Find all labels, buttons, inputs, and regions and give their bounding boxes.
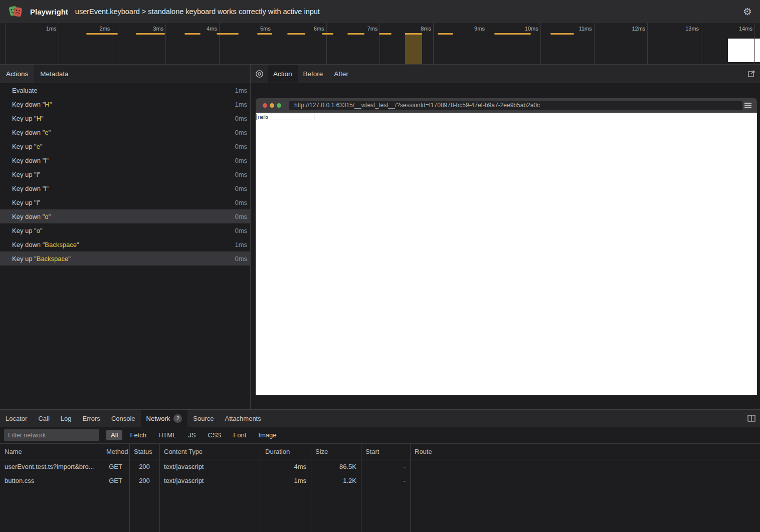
snapshot-toolbar: ActionBeforeAfter: [251, 65, 760, 83]
action-row[interactable]: Key down "l"0ms: [0, 153, 250, 167]
tab-call[interactable]: Call: [33, 410, 55, 427]
action-row[interactable]: Key down "H"1ms: [0, 97, 250, 111]
filter-chip-css[interactable]: CSS: [204, 430, 226, 440]
timeline-tick-label: 14ms: [720, 26, 752, 32]
action-row[interactable]: Key up "l"0ms: [0, 195, 250, 209]
action-row[interactable]: Key down "o"0ms: [0, 209, 250, 223]
timeline-tick-label: 3ms: [131, 26, 163, 32]
top-bar: Playwright userEvent.keyboard > standalo…: [0, 0, 760, 23]
app-title: Playwright: [30, 8, 68, 16]
action-row[interactable]: Key down "Backspace"1ms: [0, 237, 250, 251]
actions-tabstrip: ActionsMetadata: [0, 65, 250, 83]
bottom-panel: LocatorCallLogErrorsConsoleNetwork2Sourc…: [0, 409, 760, 532]
pick-locator-icon[interactable]: [251, 65, 268, 83]
playwright-logo-icon: [8, 4, 23, 19]
timeline-gridline: [326, 23, 327, 64]
timeline-gridline: [754, 23, 755, 64]
settings-gear-icon[interactable]: ⚙: [743, 7, 752, 17]
network-request-row[interactable]: button.cssGET200text/javascript1ms1.2K-: [0, 473, 760, 487]
traffic-light-green-icon: [277, 103, 281, 108]
timeline-action-bar[interactable]: [347, 33, 364, 35]
timeline-action-bar[interactable]: [217, 33, 239, 35]
tab-locator[interactable]: Locator: [0, 410, 33, 427]
action-label: Key down "H": [12, 101, 52, 108]
action-row[interactable]: Key down "l"0ms: [0, 181, 250, 195]
quote: ": [49, 129, 51, 136]
filter-chip-fetch[interactable]: Fetch: [125, 430, 151, 440]
action-row[interactable]: Key up "l"0ms: [0, 167, 250, 181]
timeline-gridline: [433, 23, 434, 64]
quote: ": [38, 171, 41, 178]
action-label: Key down "l": [12, 185, 49, 192]
action-row[interactable]: Key up "H"0ms: [0, 111, 250, 125]
resource-type-chips: AllFetchHTMLJSCSSFontImage: [106, 430, 281, 440]
quote: ": [40, 143, 43, 150]
cell-content-type: text/javascript: [159, 477, 261, 484]
action-row[interactable]: Key down "e"0ms: [0, 125, 250, 139]
timeline-action-bar[interactable]: [287, 33, 305, 35]
split-view-icon[interactable]: [747, 410, 760, 427]
timeline-gridline: [112, 23, 112, 64]
timeline-action-bar[interactable]: [184, 33, 201, 35]
tab-console[interactable]: Console: [106, 410, 141, 427]
quote: ": [46, 157, 49, 164]
quote: ": [77, 241, 79, 248]
tab-log[interactable]: Log: [55, 410, 77, 427]
timeline-tick-label: 4ms: [185, 26, 217, 32]
filter-chip-image[interactable]: Image: [254, 430, 281, 440]
key-value: Backspace: [45, 241, 77, 248]
timeline-action-bar[interactable]: [86, 33, 118, 35]
filter-chip-html[interactable]: HTML: [154, 430, 180, 440]
timeline-gridline: [273, 23, 273, 64]
action-row[interactable]: Key up "o"0ms: [0, 223, 250, 237]
tab-label: Errors: [82, 415, 100, 422]
timeline-action-bar[interactable]: [379, 33, 392, 35]
tab-source[interactable]: Source: [187, 410, 219, 427]
tab-actions[interactable]: Actions: [0, 65, 34, 83]
column-header-name: Name: [0, 448, 102, 455]
action-row[interactable]: Key up "e"0ms: [0, 139, 250, 153]
hamburger-menu-icon: [744, 103, 751, 108]
tab-attachments[interactable]: Attachments: [219, 410, 266, 427]
bottom-tabstrip: LocatorCallLogErrorsConsoleNetwork2Sourc…: [0, 410, 760, 427]
page-text-input[interactable]: [256, 114, 314, 120]
film-strip-thumbnail[interactable]: [728, 39, 760, 62]
action-row[interactable]: Evaluate1ms: [0, 83, 250, 97]
tab-network[interactable]: Network2: [141, 410, 188, 427]
open-snapshot-external-icon[interactable]: [747, 65, 760, 83]
timeline-action-bar[interactable]: [136, 33, 165, 35]
action-duration: 0ms: [235, 185, 247, 192]
timeline-action-bar[interactable]: [322, 33, 333, 35]
timeline-tick-label: 11ms: [560, 26, 592, 32]
filter-chip-font[interactable]: Font: [229, 430, 251, 440]
timeline-ruler[interactable]: 1ms2ms3ms4ms5ms6ms7ms8ms9ms10ms11ms12ms1…: [0, 23, 760, 65]
timeline-action-bar[interactable]: [257, 33, 272, 35]
action-label: Key down "o": [12, 213, 51, 220]
action-duration: 0ms: [235, 213, 247, 220]
tab-errors[interactable]: Errors: [77, 410, 105, 427]
filter-chip-all[interactable]: All: [106, 430, 122, 440]
tab-after[interactable]: After: [328, 65, 354, 83]
timeline-tick-label: 6ms: [292, 26, 324, 32]
tab-before[interactable]: Before: [298, 65, 329, 83]
cell-content-type: text/javascript: [159, 463, 261, 470]
network-request-row[interactable]: userEvent.test.ts?import&bro...GET200tex…: [0, 459, 760, 473]
action-label: Key up "l": [12, 199, 40, 206]
tab-metadata[interactable]: Metadata: [34, 65, 74, 83]
action-label: Key down "l": [12, 157, 49, 164]
timeline-action-bar[interactable]: [405, 33, 422, 64]
network-filter-input[interactable]: [4, 429, 99, 441]
column-header-method: Method: [102, 448, 129, 455]
timeline-action-bar[interactable]: [438, 33, 453, 35]
timeline-action-bar[interactable]: [550, 33, 574, 35]
network-table: NameMethodStatusContent TypeDurationSize…: [0, 443, 760, 532]
filter-chip-js[interactable]: JS: [183, 430, 200, 440]
action-row[interactable]: Key up "Backspace"0ms: [0, 251, 250, 265]
action-duration: 0ms: [235, 199, 247, 206]
timeline-gridline: [647, 23, 648, 64]
cell-start: -: [361, 463, 410, 470]
action-label: Key up "Backspace": [12, 255, 71, 262]
timeline-action-bar[interactable]: [494, 33, 531, 35]
column-header-route: Route: [410, 448, 760, 455]
tab-action[interactable]: Action: [268, 65, 298, 83]
